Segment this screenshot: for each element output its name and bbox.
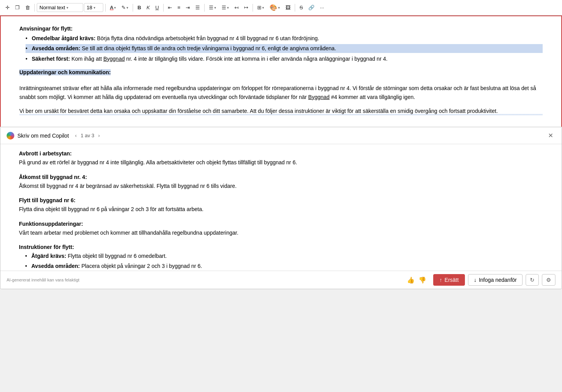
- copilot-footer: AI-genererat innehåll kan vara felaktigt…: [0, 271, 562, 289]
- indent-increase-icon: ↦: [244, 5, 248, 10]
- font-color-button[interactable]: A ▾: [108, 3, 118, 12]
- sep1: [34, 4, 35, 12]
- more-icon: ···: [320, 5, 324, 10]
- regenerate-button[interactable]: ↻: [526, 274, 539, 286]
- bullet-chevron: ▾: [214, 6, 216, 10]
- underline-button[interactable]: U: [153, 3, 161, 12]
- copilot-header: Skriv om med Copilot ‹ 1 av 3 › ✕: [0, 127, 562, 144]
- copilot-list: Åtgärd krävs: Flytta objekt till byggnad…: [19, 252, 543, 271]
- copilot-section-4: Funktionsuppdateringar: Vårt team arbeta…: [19, 221, 543, 237]
- indent-decrease-button[interactable]: ↤: [232, 3, 241, 12]
- font-color-chevron: ▾: [114, 6, 116, 10]
- move-button[interactable]: ✛: [3, 3, 12, 12]
- indent-decrease-icon: ↤: [234, 5, 239, 10]
- delete-button[interactable]: 🗑: [23, 3, 32, 12]
- align-right-button[interactable]: ⇥: [183, 3, 192, 12]
- more-button[interactable]: ···: [318, 3, 326, 12]
- copilot-section-2: Åtkomst till byggnad nr. 4: Åtkomst till…: [19, 174, 543, 190]
- copy-icon: ❐: [15, 5, 20, 10]
- underline-icon: U: [155, 5, 159, 10]
- bullet-list-button[interactable]: ☰ ▾: [207, 3, 219, 12]
- media-button[interactable]: 🖼: [283, 3, 293, 12]
- doc-section-uppdateringar: Uppdateringar och kommunikation:: [19, 69, 543, 78]
- fontsize-dropdown[interactable]: 18 ▾: [84, 3, 103, 12]
- copilot-s1-text: På grund av ett rörfel är byggnad nr 4 i…: [19, 158, 543, 167]
- align-left-icon: ⇤: [168, 5, 172, 10]
- copilot-s5-title: Instruktioner för flytt:: [19, 244, 543, 250]
- sep2: [105, 4, 106, 12]
- strikethrough-button[interactable]: S: [297, 3, 305, 12]
- align-justify-icon: ☰: [195, 5, 200, 10]
- thumbs-down-icon: 👎: [419, 277, 426, 283]
- copilot-bullet1-text: Flytta objekt till byggnad nr 6 omedelba…: [66, 253, 167, 259]
- settings-button[interactable]: ⚙: [542, 274, 555, 286]
- regenerate-icon: ↻: [530, 277, 535, 283]
- copilot-page-indicator: 1 av 3: [80, 133, 94, 138]
- italic-button[interactable]: K: [144, 3, 152, 12]
- thumbs-up-button[interactable]: 👍: [406, 276, 415, 285]
- copilot-close-button[interactable]: ✕: [546, 131, 555, 140]
- copilot-panel: Skriv om med Copilot ‹ 1 av 3 › ✕ Avbrot…: [0, 127, 562, 289]
- toolbar: ✛ ❐ 🗑 Normal text ▾ 18 ▾ A ▾ ✎ ▾ B K U ⇤…: [0, 0, 562, 15]
- action-buttons: ↑ Ersätt ↓ Infoga nedanför ↻ ⚙: [433, 274, 555, 286]
- copilot-logo: [7, 132, 14, 140]
- copilot-bullet1-bold: Åtgärd krävs:: [31, 253, 66, 259]
- insert-below-label: Infoga nedanför: [479, 277, 517, 283]
- fontsize-chevron: ▾: [94, 6, 96, 10]
- paragraph1-link[interactable]: Byggnad: [308, 94, 330, 100]
- bullet3-link[interactable]: Byggnad: [103, 56, 125, 62]
- link-button[interactable]: 🔗: [306, 3, 317, 12]
- paragraph2: Vi ber om ursäkt för besväret detta kan …: [19, 107, 543, 115]
- indent-increase-button[interactable]: ↦: [242, 3, 251, 12]
- numbered-list-button[interactable]: ☰ ▾: [219, 3, 231, 12]
- copilot-next-button[interactable]: ›: [97, 132, 101, 139]
- highlight-chevron: ▾: [126, 6, 128, 10]
- anvisningar-list: Omedelbar åtgärd krävs: Börja flytta din…: [19, 34, 543, 63]
- bullet3-text: Kom ihåg att: [70, 56, 103, 62]
- anvisningar-title: Anvisningar för flytt:: [19, 26, 543, 32]
- copilot-prev-button[interactable]: ‹: [73, 132, 78, 139]
- copilot-bullet2-text: Placera objekt på våningar 2 och 3 i byg…: [80, 263, 202, 269]
- italic-icon: K: [147, 5, 150, 10]
- bullet1-text: Börja flytta dina nödvändiga arbetsobjek…: [96, 35, 319, 41]
- copilot-s3-text: Flytta dina objekt till byggnad nr 6 på …: [19, 205, 543, 213]
- copy-button[interactable]: ❐: [13, 3, 22, 12]
- link-icon: 🔗: [308, 5, 314, 10]
- align-justify-button[interactable]: ☰: [193, 3, 202, 12]
- align-center-button[interactable]: ≡: [175, 3, 183, 12]
- style-chevron: ▾: [67, 6, 68, 10]
- uppdateringar-title: Uppdateringar och kommunikation:: [19, 69, 111, 75]
- bullet3-bold: Säkerhet först:: [32, 56, 70, 62]
- move-icon: ✛: [5, 5, 10, 10]
- paragraph1-text: Inrättningsteamet strävar efter att håll…: [19, 85, 536, 100]
- copilot-body[interactable]: Avbrott i arbetsytan: På grund av ett rö…: [0, 144, 562, 271]
- color-theme-button[interactable]: 🎨 ▾: [267, 2, 282, 13]
- media-icon: 🖼: [285, 5, 290, 10]
- bold-button[interactable]: B: [135, 3, 143, 12]
- sep6: [253, 4, 253, 12]
- copilot-list-item-2: Avsedda områden: Placera objekt på vånin…: [25, 262, 543, 270]
- style-dropdown[interactable]: Normal text ▾: [37, 3, 83, 12]
- copilot-section-3: Flytt till byggnad nr 6: Flytta dina obj…: [19, 197, 543, 213]
- table-button[interactable]: ⊞ ▾: [255, 3, 266, 12]
- copilot-s1-title: Avbrott i arbetsytan:: [19, 150, 543, 157]
- numbered-chevron: ▾: [227, 6, 229, 10]
- copilot-s4-text: Vårt team arbetar med problemet och komm…: [19, 228, 543, 237]
- insert-below-button[interactable]: ↓ Infoga nedanför: [468, 274, 523, 286]
- bullet3-text2: nr. 4 inte är tillgänglig tills vidare. …: [125, 56, 387, 62]
- bullet2-text: Se till att dina objekt flyttas till de …: [80, 45, 337, 51]
- paragraph1: Inrättningsteamet strävar efter att håll…: [19, 84, 543, 101]
- sep5: [204, 4, 205, 12]
- copilot-s2-text: Åtkomst till byggnad nr 4 är begränsad a…: [19, 182, 543, 190]
- paragraph1-text2: #4 kommer att vara tillgänglig igen.: [330, 94, 415, 100]
- align-left-button[interactable]: ⇤: [166, 3, 174, 12]
- align-center-icon: ≡: [178, 5, 181, 10]
- ai-disclaimer: AI-genererat innehåll kan vara felaktigt: [7, 278, 403, 282]
- thumbs-down-button[interactable]: 👎: [418, 276, 427, 285]
- highlight-icon: ✎: [121, 5, 126, 10]
- thumbs-up-icon: 👍: [407, 277, 415, 283]
- table-chevron: ▾: [262, 6, 264, 10]
- sep4: [163, 4, 164, 12]
- highlight-button[interactable]: ✎ ▾: [119, 3, 131, 12]
- replace-button[interactable]: ↑ Ersätt: [433, 274, 465, 286]
